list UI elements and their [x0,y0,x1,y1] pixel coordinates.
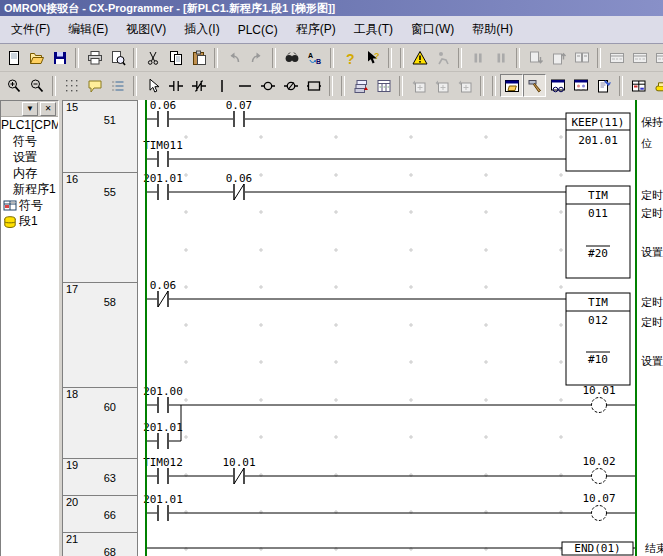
watch-window-button[interactable] [546,74,569,97]
monitor-1-icon [609,50,625,66]
toolbar-separator [272,48,276,68]
toolbar-separator [388,48,392,68]
toggle-output-window-button[interactable] [523,74,546,97]
zoom-in-button[interactable] [2,74,25,97]
context-help-button[interactable]: ? [361,46,384,69]
svg-text:68: 68 [104,546,116,556]
section-icon [3,215,18,228]
horizontal-line-button[interactable] [233,74,256,97]
svg-text:19: 19 [66,459,78,471]
workspace-dropdown-button[interactable]: ▼ [22,102,38,116]
menu-item-1[interactable]: 编辑(E) [59,18,117,41]
transfer-from-plc-button [547,46,570,69]
new-button[interactable] [2,46,25,69]
monitor-3-button [651,46,663,69]
transfer-to-plc-icon [528,50,544,66]
tree-item-PLC1[CPM1[interactable]: PLC1[CPM1 [1,117,58,133]
svg-text:?: ? [346,50,355,66]
tree-item-设置[interactable]: 设置 [1,149,58,165]
new-instruction-icon [306,78,322,94]
svg-text:15: 15 [66,101,78,113]
find-button[interactable] [280,46,303,69]
svg-text:011: 011 [588,207,608,220]
vertical-line-button[interactable] [210,74,233,97]
toolbar-separator [214,48,218,68]
compile-program-button[interactable] [408,46,431,69]
replace-button[interactable]: AB [303,46,326,69]
svg-text:位: 位 [641,137,652,149]
tree-item-label: 内存 [13,165,37,181]
menu-item-3[interactable]: 插入(I) [175,18,228,41]
svg-text:18: 18 [66,388,78,400]
toolbar-separator [52,76,56,96]
find-icon [284,50,300,66]
print-preview-button[interactable] [106,46,129,69]
selection-mode-icon [145,78,161,94]
menu-item-7[interactable]: 窗口(W) [402,18,463,41]
new-instruction-button[interactable] [302,74,325,97]
redo-icon [249,50,265,66]
svg-text:定时: 定时 [641,296,663,308]
open-button[interactable] [25,46,48,69]
force-set-button [407,74,430,97]
new-coil-button[interactable] [256,74,279,97]
new-closed-contact-button[interactable] [187,74,210,97]
redo-button [245,46,268,69]
toggle-grid-button[interactable] [60,74,83,97]
show-comments-button[interactable] [83,74,106,97]
paste-button[interactable] [187,46,210,69]
symbol-table-button[interactable] [627,74,650,97]
new-closed-coil-icon [283,78,299,94]
toolbar-separator [133,76,137,96]
toggle-project-window-button[interactable] [500,74,523,97]
tree-item-label: 段1 [19,213,38,229]
svg-text:TIM012: TIM012 [143,456,183,469]
copy-button[interactable] [164,46,187,69]
selection-mode-button[interactable] [141,74,164,97]
menu-item-8[interactable]: 帮助(H) [463,18,522,41]
save-button[interactable] [48,46,71,69]
tree-item-段1[interactable]: 段1 [1,213,58,229]
toolbar-separator [399,76,403,96]
workspace-close-button[interactable]: ✕ [40,102,56,116]
cross-reference-button[interactable] [569,74,592,97]
toolbar-separator [341,76,345,96]
cut-button[interactable] [141,46,164,69]
new-open-contact-button[interactable] [164,74,187,97]
address-grid-button[interactable] [372,74,395,97]
menu-item-4[interactable]: PLC(C) [229,20,287,40]
svg-text:63: 63 [104,472,116,484]
rung-annotation-button[interactable] [106,74,129,97]
tree-item-符号[interactable]: 符号 [1,197,58,213]
menu-item-6[interactable]: 工具(T) [345,18,402,41]
tree-item-新程序1[interactable]: 新程序1 [1,181,58,197]
io-table-button[interactable] [650,74,663,97]
tree-item-内存[interactable]: 内存 [1,165,58,181]
paste-icon [191,50,207,66]
help-button[interactable]: ? [338,46,361,69]
new-closed-coil-button[interactable] [279,74,302,97]
symbol-table-icon [631,78,647,94]
ladder-diagram-editor[interactable]: KEEP(11)201.010.060.07TIM0111551保持位TIM01… [62,100,663,556]
tree-item-符号[interactable]: 符号 [1,133,58,149]
svg-text:60: 60 [104,401,116,413]
svg-text:0.07: 0.07 [226,100,253,112]
stacked-sheets-button[interactable] [349,74,372,97]
force-cancel-icon [434,78,450,94]
menu-item-0[interactable]: 文件(F) [2,18,59,41]
svg-text:0.06: 0.06 [226,172,253,185]
zoom-out-button[interactable] [25,74,48,97]
menu-item-2[interactable]: 视图(V) [117,18,175,41]
print-button[interactable] [83,46,106,69]
menu-item-5[interactable]: 程序(P) [287,18,345,41]
monitor-3-icon [655,50,663,66]
work-online-icon [435,50,451,66]
svg-text:66: 66 [104,509,116,521]
main-area: ▼ ✕ PLC1[CPM1符号设置内存新程序1符号段1 KEEP(11)201.… [0,97,663,556]
toolbar-separator [458,48,462,68]
new-coil-icon [260,78,276,94]
toolbar-separator [133,48,137,68]
properties-button[interactable] [592,74,615,97]
tree-item-label: PLC1[CPM1 [1,117,59,133]
toolbar-separator [75,48,79,68]
